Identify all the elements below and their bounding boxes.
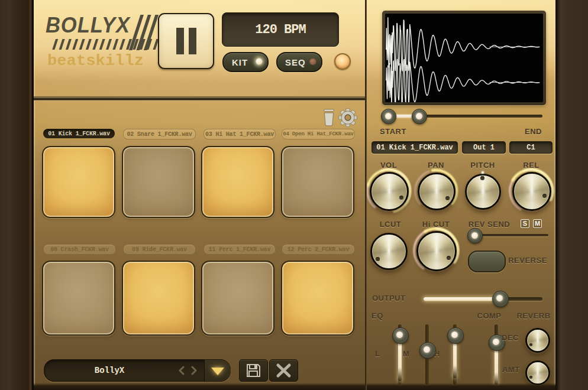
svg-text:BOLLYX: BOLLYX	[46, 13, 131, 37]
svg-text:beatskillz: beatskillz	[47, 53, 144, 69]
